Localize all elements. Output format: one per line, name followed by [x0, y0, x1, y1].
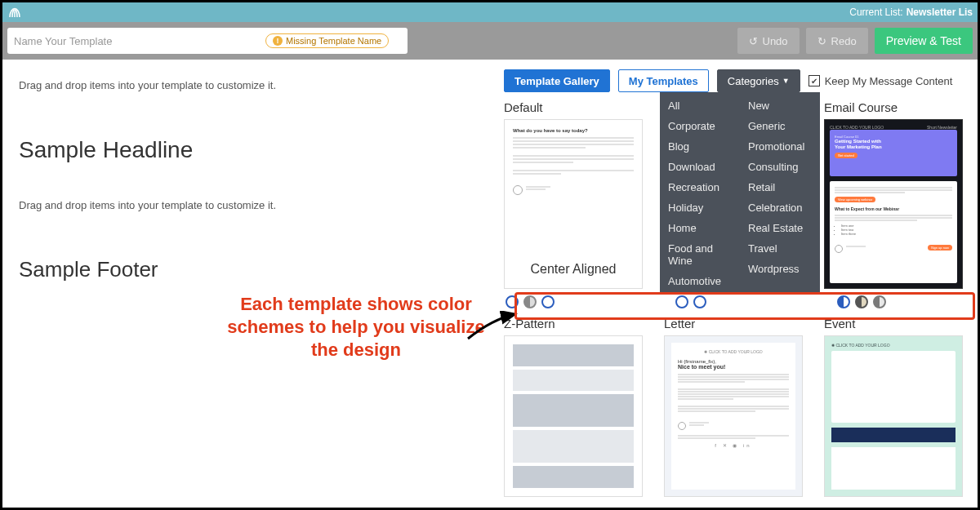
current-list-label: Current List: [849, 7, 902, 18]
template-title: Default [504, 100, 656, 114]
color-swatch[interactable] [837, 295, 850, 308]
drop-hint-top: Drag and drop items into your template t… [19, 79, 484, 91]
annotation-text: Each template shows color schemes to hel… [221, 293, 491, 361]
category-item[interactable]: Wordpress [740, 259, 820, 279]
category-item[interactable]: Corporate [660, 116, 740, 136]
tab-my-templates[interactable]: My Templates [618, 69, 709, 92]
tab-categories[interactable]: Categories ▼ [717, 69, 800, 92]
tab-template-gallery[interactable]: Template Gallery [504, 69, 610, 92]
template-name-input[interactable] [14, 35, 259, 47]
template-thumbnail: What do you have to say today? Center Al… [504, 119, 643, 289]
sample-footer[interactable]: Sample Footer [19, 257, 484, 282]
color-swatch[interactable] [873, 295, 886, 308]
category-item[interactable]: Retail [740, 177, 820, 197]
undo-icon: ↺ [749, 35, 758, 47]
color-swatch[interactable] [523, 295, 537, 308]
template-name-group: ! Missing Template Name [7, 28, 408, 54]
category-item[interactable]: Consulting [740, 157, 820, 177]
keep-message-label: Keep My Message Content [825, 75, 953, 87]
preview-and-test-button[interactable]: Preview & Test [875, 28, 973, 54]
warning-icon: ! [273, 36, 283, 46]
color-scheme-row [835, 295, 976, 308]
template-thumbnail [504, 335, 643, 497]
category-item[interactable]: Blog [660, 136, 740, 157]
category-item[interactable]: Travel [740, 238, 820, 259]
color-swatch[interactable] [675, 295, 688, 308]
category-item[interactable]: Download [660, 157, 740, 177]
category-item[interactable]: Automotive [660, 271, 740, 291]
template-thumbnail: ✺ CLICK TO ADD YOUR LOGO Hi {firstname_f… [664, 335, 803, 497]
color-swatch[interactable] [693, 295, 706, 308]
template-title: Event [824, 317, 976, 330]
brand-shell-icon [7, 5, 22, 20]
template-card-email-course[interactable]: Email Course CLICK TO ADD YOUR LOGOShort… [824, 100, 976, 308]
redo-label: Redo [831, 35, 857, 47]
template-card-default[interactable]: Default What do you have to say today? C… [504, 100, 656, 308]
thumb-caption: Center Aligned [513, 262, 634, 280]
template-card-event[interactable]: Event ✺ CLICK TO ADD YOUR LOGO [824, 317, 976, 497]
color-swatch[interactable] [855, 295, 868, 308]
drop-hint-mid: Drag and drop items into your template t… [19, 199, 484, 211]
category-item[interactable]: Food and Wine [660, 238, 740, 271]
category-item[interactable]: Celebration [740, 197, 820, 218]
template-title: Z-Pattern [504, 317, 656, 330]
category-item[interactable]: Real Estate [740, 218, 820, 238]
category-item[interactable]: All [660, 95, 740, 116]
template-title: Letter [664, 317, 816, 330]
category-item[interactable]: Promotional [740, 136, 820, 157]
sample-headline[interactable]: Sample Headline [19, 137, 484, 163]
keep-message-content-toggle[interactable]: ✔ Keep My Message Content [808, 75, 953, 87]
missing-name-label: Missing Template Name [286, 36, 381, 46]
template-title: Email Course [824, 100, 976, 114]
template-gallery-panel: Template Gallery My Templates Categories… [501, 60, 978, 508]
template-thumbnail: CLICK TO ADD YOUR LOGOShort Newsletter E… [824, 119, 963, 289]
current-list-value: Newsletter Lis [906, 7, 973, 18]
redo-icon: ↻ [817, 35, 826, 47]
undo-label: Undo [763, 35, 788, 47]
editor-canvas[interactable]: Drag and drop items into your template t… [2, 60, 501, 508]
template-thumbnail: ✺ CLICK TO ADD YOUR LOGO [824, 335, 963, 497]
categories-dropdown: All Corporate Blog Download Recreation H… [660, 92, 820, 295]
thumb-heading: What do you have to say today? [513, 128, 634, 133]
missing-name-badge: ! Missing Template Name [265, 33, 389, 48]
category-item[interactable]: Recreation [660, 177, 740, 197]
redo-button[interactable]: ↻ Redo [806, 28, 868, 54]
undo-button[interactable]: ↺ Undo [737, 28, 800, 54]
color-scheme-row [504, 295, 656, 308]
category-item[interactable]: Holiday [660, 197, 740, 218]
color-scheme-row [674, 295, 816, 308]
category-item[interactable]: Home [660, 218, 740, 238]
category-item[interactable]: Generic [740, 116, 820, 136]
action-bar: ! Missing Template Name ↺ Undo ↻ Redo Pr… [2, 22, 978, 60]
color-swatch[interactable] [506, 295, 519, 308]
checkbox-checked-icon: ✔ [808, 75, 820, 86]
template-card-letter[interactable]: Letter ✺ CLICK TO ADD YOUR LOGO Hi {firs… [664, 317, 816, 497]
tab-categories-label: Categories [728, 75, 779, 87]
template-card-z-pattern[interactable]: Z-Pattern [504, 317, 656, 497]
chevron-down-icon: ▼ [782, 77, 790, 85]
color-swatch[interactable] [541, 295, 555, 308]
top-bar: Current List: Newsletter Lis [2, 2, 978, 22]
category-item[interactable]: New [740, 95, 820, 116]
